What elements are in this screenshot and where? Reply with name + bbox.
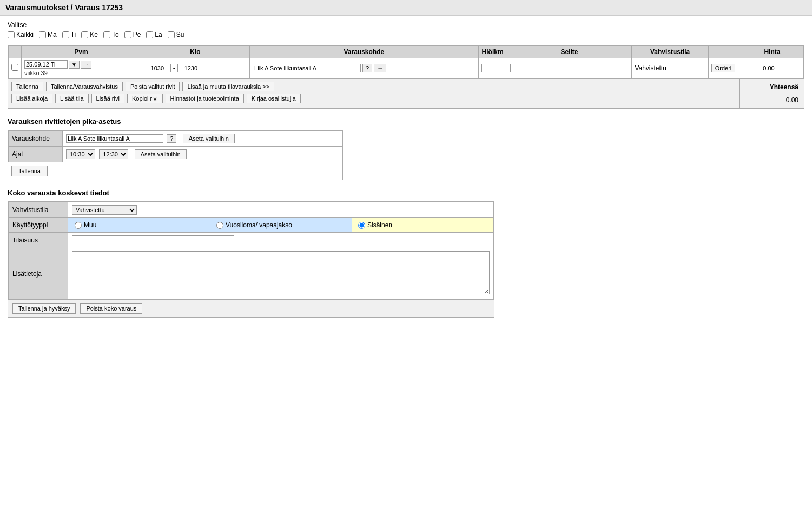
pika-question-btn[interactable]: ? (167, 134, 176, 143)
koko-kayttotyyppi-row: Käyttötyyppi Muu Vuosiloma/ vapaajakso (9, 218, 494, 233)
col-hinta: Hinta (741, 46, 803, 58)
hinta-input[interactable] (744, 64, 776, 72)
kayttotyyppi-muu-radio[interactable] (75, 222, 82, 229)
hinnastot-button[interactable]: Hinnastot ja tuotepoiminta (166, 94, 244, 103)
col-orderi (708, 46, 741, 58)
lisatietoja-textarea[interactable] (72, 251, 490, 294)
klo-end-input[interactable] (177, 64, 204, 72)
koko-vahvistustila-cell: Vahvistettu (68, 202, 494, 218)
pika-aseta-btn2[interactable]: Aseta valituihin (135, 149, 187, 159)
col-checkbox (9, 46, 22, 58)
checkbox-to-label[interactable]: To (103, 31, 119, 38)
checkbox-la[interactable] (146, 31, 153, 38)
checkbox-su[interactable] (168, 31, 175, 38)
pika-time-end-select[interactable]: 12:30 (99, 149, 128, 159)
koko-kayttotyyppi-cell: Muu Vuosiloma/ vapaajakso Sisäinen (68, 218, 494, 233)
pika-ajat-value-cell: 10:30 12:30 Aseta valituihin (63, 147, 342, 162)
date-arrow-btn[interactable]: → (81, 61, 91, 69)
col-klo: Klo (141, 46, 249, 58)
checkbox-ke[interactable] (81, 31, 88, 38)
koko-bottom-buttons: Tallenna ja hyväksy Poista koko varaus (8, 299, 494, 317)
lisaa-rivi-button[interactable]: Lisää rivi (91, 94, 124, 103)
col-varauskohde: Varauskohde (250, 46, 478, 58)
orderi-button[interactable]: Orderi (711, 64, 736, 72)
varauskohde-cell: ? → (250, 58, 478, 78)
poista-valitut-button[interactable]: Poista valitut rivit (126, 82, 180, 91)
kayttotyyppi-sisainen-radio[interactable] (358, 222, 365, 229)
koko-lisatietoja-row: Lisätietoja (9, 248, 494, 299)
pika-ajat-label: Ajat (9, 147, 63, 162)
yhteensa-area: Yhteensä 0.00 (739, 78, 804, 108)
tallenna-hyvaksy-btn[interactable]: Tallenna ja hyväksy (12, 303, 76, 314)
tallenna-button[interactable]: Tallenna (11, 82, 43, 91)
selite-cell (507, 58, 632, 78)
date-input[interactable] (24, 60, 68, 69)
orderi-cell: Orderi (708, 58, 741, 78)
checkbox-la-label[interactable]: La (146, 31, 162, 38)
varauskohde-arrow-btn[interactable]: → (374, 64, 386, 72)
pika-section-wrapper: Varauksen rivitietojen pika-asetus Varau… (8, 117, 804, 180)
pvm-cell: ▼ → viikko 39 (22, 58, 141, 78)
page-title: Varausmuutokset / Varaus 17253 (0, 0, 812, 16)
koko-section: Vahvistustila Vahvistettu Käyttötyyppi (8, 201, 494, 318)
checkbox-ti[interactable] (62, 31, 69, 38)
koko-table: Vahvistustila Vahvistettu Käyttötyyppi (8, 202, 494, 299)
varauskohde-input[interactable] (253, 64, 361, 72)
checkbox-kaikki-label[interactable]: Kaikki (8, 31, 34, 38)
koko-tilaisuus-row: Tilaisuus (9, 233, 494, 248)
pika-varauskohde-row: Varauskohde ? Aseta valituihin (9, 131, 342, 147)
kayttotyyppi-vuosiloma-radio[interactable] (216, 222, 223, 229)
lisaa-muuta-button[interactable]: Lisää ja muuta tilavarauksia >> (182, 82, 274, 91)
pika-aseta-btn1[interactable]: Aseta valituihin (183, 134, 235, 143)
kayttotyyppi-sisainen-label[interactable]: Sisäinen (352, 218, 493, 232)
main-table-section: Pvm Klo Varauskohde Hlölkm Selite Vahvis… (8, 45, 804, 109)
valitse-section: Valitse Kaikki Ma Ti Ke To (8, 21, 804, 38)
checkbox-to[interactable] (103, 31, 110, 38)
checkbox-kaikki[interactable] (8, 31, 15, 38)
klo-cell: - (141, 58, 249, 78)
pika-varauskohde-input[interactable] (66, 134, 163, 143)
koko-lisatietoja-label: Lisätietoja (9, 248, 68, 299)
pika-tallenna-btn[interactable]: Tallenna (11, 166, 48, 176)
pika-ajat-row: Ajat 10:30 12:30 Aseta valituihin (9, 147, 342, 162)
table-row: ▼ → viikko 39 - (9, 58, 804, 78)
lisaa-aikoja-button[interactable]: Lisää aikoja (11, 94, 52, 103)
kopioi-rivi-button[interactable]: Kopioi rivi (127, 94, 163, 103)
hinta-cell (741, 58, 803, 78)
koko-section-wrapper: Koko varausta koskevat tiedot Vahvistust… (8, 189, 804, 318)
kayttotyyppi-options: Muu Vuosiloma/ vapaajakso Sisäinen (68, 218, 493, 232)
lisaa-tila-button[interactable]: Lisää tila (55, 94, 88, 103)
vahvistustila-value: Vahvistettu (635, 64, 666, 72)
klo-start-input[interactable] (144, 64, 171, 72)
kirjaa-osallistujia-button[interactable]: Kirjaa osallistujia (247, 94, 301, 103)
checkbox-pe-label[interactable]: Pe (124, 31, 141, 38)
checkbox-ma[interactable] (39, 31, 46, 38)
koko-vahvistustila-label: Vahvistustila (9, 202, 68, 218)
checkbox-ma-label[interactable]: Ma (39, 31, 57, 38)
week-label: viikko 39 (24, 70, 138, 76)
checkbox-ti-label[interactable]: Ti (62, 31, 76, 38)
koko-vahvistustila-select[interactable]: Vahvistettu (72, 205, 137, 215)
action-buttons-area: Tallenna Tallenna/Varausvahvistus Poista… (8, 78, 739, 108)
tallenna-varausvahvistus-button[interactable]: Tallenna/Varausvahvistus (46, 82, 123, 91)
poista-koko-varaus-btn[interactable]: Poista koko varaus (80, 303, 142, 314)
valitse-checkboxes-row: Kaikki Ma Ti Ke To Pe (8, 31, 804, 38)
checkbox-ke-label[interactable]: Ke (81, 31, 98, 38)
hlolkm-input[interactable] (481, 64, 503, 72)
pika-time-start-select[interactable]: 10:30 (66, 149, 95, 159)
checkbox-su-label[interactable]: Su (168, 31, 184, 38)
date-dropdown-btn[interactable]: ▼ (69, 61, 80, 69)
valitse-label: Valitse (8, 21, 804, 29)
varauskohde-question-btn[interactable]: ? (362, 64, 372, 72)
kayttotyyppi-muu-label[interactable]: Muu (68, 218, 210, 232)
buttons-and-total: Tallenna Tallenna/Varausvahvistus Poista… (8, 78, 804, 108)
kayttotyyppi-vuosiloma-label[interactable]: Vuosiloma/ vapaajakso (210, 218, 352, 232)
checkbox-pe[interactable] (124, 31, 131, 38)
selite-input[interactable] (510, 64, 580, 72)
row-checkbox[interactable] (11, 64, 18, 71)
pika-varauskohde-label: Varauskohde (9, 131, 63, 147)
tilaisuus-input[interactable] (72, 235, 234, 245)
koko-lisatietoja-cell (68, 248, 494, 299)
vahvistustila-cell: Vahvistettu (632, 58, 708, 78)
koko-vahvistustila-row: Vahvistustila Vahvistettu (9, 202, 494, 218)
